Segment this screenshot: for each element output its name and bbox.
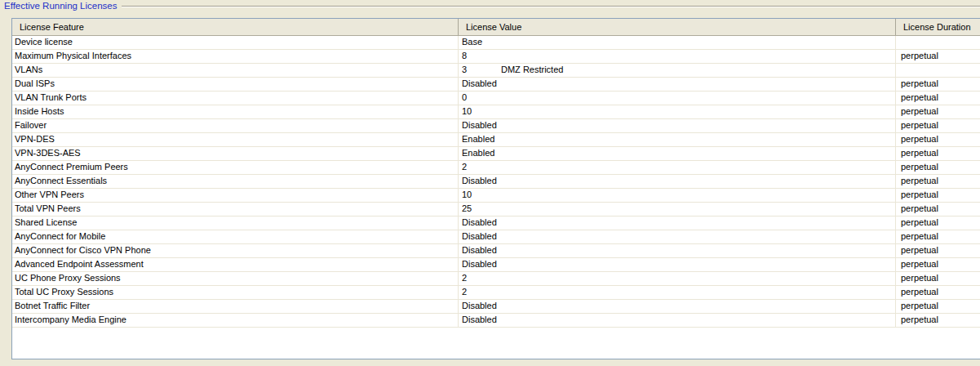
cell-feature: Intercompany Media Engine [12,314,459,327]
cell-feature: VPN-DES [12,133,459,146]
column-header-license-value[interactable]: License Value [459,19,896,35]
cell-value: 2 [459,286,896,299]
cell-duration [896,36,980,49]
cell-duration: perpetual [896,272,980,285]
cell-duration: perpetual [896,300,980,313]
table-row[interactable]: UC Phone Proxy Sessions 2 perpetual [12,272,980,286]
cell-duration: perpetual [896,147,980,160]
value-extra-text: DMZ Restricted [501,64,563,76]
value-text: 2 [462,273,467,283]
cell-value: Enabled [459,147,896,160]
value-text: Disabled [462,259,497,269]
cell-feature: AnyConnect Premium Peers [12,161,459,174]
cell-feature: AnyConnect for Cisco VPN Phone [12,244,459,257]
table-row[interactable]: AnyConnect for Cisco VPN Phone Disabled … [12,244,980,258]
cell-duration: perpetual [896,216,980,230]
cell-value: Disabled [459,230,896,243]
cell-feature: AnyConnect for Mobile [12,230,459,243]
group-divider [122,6,980,7]
table-row[interactable]: Shared License Disabled perpetual [12,216,980,230]
table-row[interactable]: Total VPN Peers 25 perpetual [12,203,980,216]
table-row[interactable]: VPN-DES Enabled perpetual [12,133,980,147]
value-text: Disabled [462,176,497,185]
cell-value: 8 [459,50,896,63]
table-row[interactable]: Device license Base [12,36,980,50]
value-text: 2 [462,162,467,172]
value-text: Disabled [462,301,497,310]
cell-duration: perpetual [896,133,980,146]
value-text: Base [462,37,482,47]
cell-value: 10 [459,105,896,118]
table-row[interactable]: Advanced Endpoint Assessment Disabled pe… [12,258,980,272]
cell-duration: perpetual [896,230,980,243]
table-row[interactable]: VPN-3DES-AES Enabled perpetual [12,147,980,161]
cell-feature: Total UC Proxy Sessions [12,286,459,299]
table-row[interactable]: Intercompany Media Engine Disabled perpe… [12,314,980,328]
table-row[interactable]: Total UC Proxy Sessions 2 perpetual [12,286,980,300]
value-text: Enabled [462,134,494,144]
cell-value: Disabled [459,119,896,132]
value-text: 2 [462,287,467,297]
value-text: 10 [462,190,472,199]
cell-value: Disabled [459,78,896,91]
cell-feature: Maximum Physical Interfaces [12,50,459,63]
cell-feature: Inside Hosts [12,105,459,118]
cell-feature: VLAN Trunk Ports [12,92,459,105]
value-text: Disabled [462,315,497,324]
cell-value: Base [459,36,896,49]
cell-value: Disabled [459,314,896,327]
cell-duration [896,64,980,77]
value-text: Disabled [462,217,497,227]
table-row[interactable]: AnyConnect Premium Peers 2 perpetual [12,161,980,175]
cell-duration: perpetual [896,203,980,216]
cell-feature: AnyConnect Essentials [12,175,459,188]
cell-duration: perpetual [896,189,980,202]
cell-feature: Other VPN Peers [12,189,459,202]
table-row[interactable]: AnyConnect Essentials Disabled perpetual [12,175,980,189]
value-text: 3 [462,65,467,74]
table-row[interactable]: VLAN Trunk Ports 0 perpetual [12,92,980,105]
cell-feature: Failover [12,119,459,132]
value-text: Disabled [462,78,497,88]
cell-duration: perpetual [896,314,980,327]
cell-duration: perpetual [896,175,980,188]
license-table: License Feature License Value License Du… [11,18,980,359]
table-row[interactable]: Inside Hosts 10 perpetual [12,105,980,119]
cell-value: Disabled [459,244,896,257]
column-header-license-feature[interactable]: License Feature [12,19,459,35]
group-header: Effective Running Licenses [4,1,980,12]
cell-value: 25 [459,203,896,216]
value-text: Disabled [462,120,497,130]
value-text: Disabled [462,245,497,255]
cell-feature: VPN-3DES-AES [12,147,459,160]
table-row[interactable]: Failover Disabled perpetual [12,119,980,133]
cell-duration: perpetual [896,78,980,91]
table-row[interactable]: Dual ISPs Disabled perpetual [12,78,980,92]
table-row[interactable]: Maximum Physical Interfaces 8 perpetual [12,50,980,64]
cell-duration: perpetual [896,92,980,105]
cell-feature: UC Phone Proxy Sessions [12,272,459,285]
panel-title: Effective Running Licenses [4,1,122,11]
table-row[interactable]: Other VPN Peers 10 perpetual [12,189,980,203]
cell-feature: Device license [12,36,459,49]
cell-value: 3DMZ Restricted [459,64,896,77]
table-row[interactable]: VLANs 3DMZ Restricted [12,64,980,78]
cell-duration: perpetual [896,119,980,132]
cell-feature: Shared License [12,216,459,230]
cell-duration: perpetual [896,286,980,299]
value-text: 25 [462,203,472,213]
cell-feature: Dual ISPs [12,78,459,91]
cell-value: Disabled [459,300,896,313]
cell-value: Disabled [459,175,896,188]
value-text: 10 [462,106,472,116]
table-header-row: License Feature License Value License Du… [12,19,980,36]
table-row[interactable]: Botnet Traffic Filter Disabled perpetual [12,300,980,314]
cell-value: 2 [459,272,896,285]
cell-value: 10 [459,189,896,202]
value-text: Enabled [462,148,494,158]
cell-duration: perpetual [896,258,980,271]
cell-value: Disabled [459,258,896,271]
cell-feature: Botnet Traffic Filter [12,300,459,313]
table-row[interactable]: AnyConnect for Mobile Disabled perpetual [12,230,980,244]
column-header-license-duration[interactable]: License Duration [896,19,980,35]
